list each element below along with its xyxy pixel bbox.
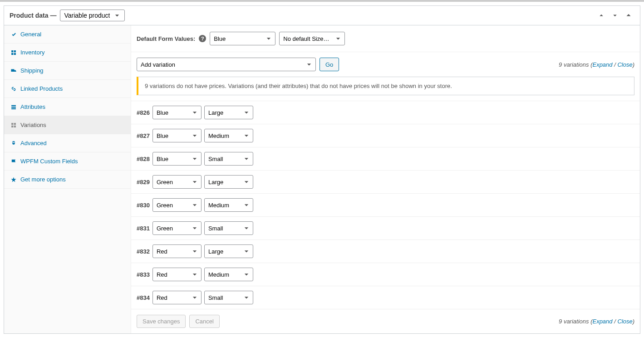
tab-wpfm[interactable]: WPFM Custom Fields [4, 152, 131, 171]
variation-color-select[interactable]: Green [152, 198, 202, 212]
tab-label: Attributes [20, 103, 45, 110]
save-changes-button[interactable]: Save changes [137, 315, 186, 328]
variation-color-select[interactable]: Blue [152, 106, 202, 119]
variation-row[interactable]: #830GreenMedium [131, 194, 640, 217]
variation-size-select[interactable]: Small [204, 291, 253, 304]
variation-id: #833 [137, 271, 150, 278]
variation-size-select[interactable]: Medium [204, 268, 253, 281]
variation-row[interactable]: #834RedSmall [131, 286, 640, 309]
variation-row[interactable]: #833RedMedium [131, 263, 640, 286]
cancel-button[interactable]: Cancel [189, 315, 219, 328]
linked-icon [10, 86, 17, 92]
tab-general[interactable]: General [4, 25, 131, 44]
variations-list: #826BlueLarge#827BlueMedium#828BlueSmall… [131, 101, 640, 309]
close-link-bottom[interactable]: Close [617, 318, 632, 325]
default-values-label: Default Form Values: [137, 35, 195, 42]
variation-id: #834 [137, 294, 150, 301]
tab-more[interactable]: Get more options [4, 171, 131, 189]
tab-label: Get more options [20, 176, 66, 183]
variations-panel: Default Form Values: ? Blue No default S… [131, 25, 640, 333]
tab-advanced[interactable]: Advanced [4, 134, 131, 152]
add-variation-action-select[interactable]: Add variation [137, 58, 316, 71]
product-tabs: GeneralInventoryShippingLinked ProductsA… [4, 25, 131, 333]
variation-size-select[interactable]: Medium [204, 129, 253, 142]
default-size-select[interactable]: No default Size… [279, 32, 345, 45]
variation-color-select[interactable]: Blue [152, 152, 202, 166]
variation-size-select[interactable]: Large [204, 106, 253, 119]
advanced-icon [10, 140, 17, 147]
close-link[interactable]: Close [617, 61, 632, 68]
wpfm-icon [10, 158, 17, 165]
help-tip-icon[interactable]: ? [199, 35, 206, 42]
variation-id: #828 [137, 156, 150, 162]
variation-row[interactable]: #829GreenLarge [131, 171, 640, 194]
variations-toolbar-top: Add variation Go 9 variations (Expand / … [131, 52, 640, 77]
tab-linked[interactable]: Linked Products [4, 80, 131, 98]
tab-label: Advanced [20, 140, 47, 147]
product-data-panel: Product data — Variable product GeneralI… [4, 5, 640, 334]
variations-toolbar-bottom: Save changes Cancel 9 variations (Expand… [131, 309, 640, 333]
attributes-icon [10, 104, 17, 110]
tab-shipping[interactable]: Shipping [4, 62, 131, 80]
variation-size-select[interactable]: Large [204, 244, 253, 258]
product-type-select[interactable]: Variable product [60, 10, 125, 21]
tab-inventory[interactable]: Inventory [4, 44, 131, 62]
shipping-icon [10, 68, 17, 74]
default-values-row: Default Form Values: ? Blue No default S… [131, 25, 640, 52]
variation-id: #829 [137, 179, 150, 186]
general-icon [10, 31, 17, 38]
tab-label: Variations [20, 122, 46, 128]
variation-row[interactable]: #828BlueSmall [131, 147, 640, 171]
inventory-icon [10, 49, 17, 56]
variation-id: #827 [137, 132, 150, 139]
variation-color-select[interactable]: Green [152, 221, 202, 235]
variation-color-select[interactable]: Red [152, 244, 202, 258]
panel-body: GeneralInventoryShippingLinked ProductsA… [4, 25, 640, 333]
move-down-button[interactable] [609, 10, 621, 21]
panel-header: Product data — Variable product [4, 6, 640, 25]
default-color-select[interactable]: Blue [210, 32, 275, 45]
variation-size-select[interactable]: Small [204, 152, 253, 166]
variation-row[interactable]: #827BlueMedium [131, 124, 640, 147]
tab-label: General [20, 31, 41, 38]
variations-icon [10, 122, 17, 128]
variation-color-select[interactable]: Red [152, 291, 202, 304]
panel-title: Product data — [10, 12, 56, 19]
more-icon [10, 176, 17, 183]
tab-attributes[interactable]: Attributes [4, 98, 131, 116]
tab-label: WPFM Custom Fields [20, 158, 78, 165]
toggle-panel-button[interactable] [623, 10, 634, 21]
variation-color-select[interactable]: Red [152, 268, 202, 281]
tab-label: Shipping [20, 67, 44, 74]
variation-size-select[interactable]: Small [204, 221, 253, 235]
variation-row[interactable]: #831GreenSmall [131, 217, 640, 240]
tab-label: Linked Products [20, 85, 63, 92]
go-button[interactable]: Go [320, 58, 339, 71]
variation-size-select[interactable]: Medium [204, 198, 253, 212]
variation-size-select[interactable]: Large [204, 175, 253, 189]
price-warning-notice: 9 variations do not have prices. Variati… [137, 77, 634, 95]
expand-link[interactable]: Expand [592, 61, 612, 68]
variation-color-select[interactable]: Green [152, 175, 202, 189]
tab-label: Inventory [20, 49, 44, 56]
variation-color-select[interactable]: Blue [152, 129, 202, 142]
variation-row[interactable]: #832RedLarge [131, 240, 640, 263]
variations-count-bottom: 9 variations (Expand / Close) [559, 318, 634, 325]
variation-id: #826 [137, 109, 150, 116]
tab-variations[interactable]: Variations [4, 116, 131, 134]
variation-id: #831 [137, 225, 150, 232]
variation-row[interactable]: #826BlueLarge [131, 101, 640, 124]
expand-link-bottom[interactable]: Expand [592, 318, 612, 325]
variation-id: #832 [137, 248, 150, 255]
variations-count-top: 9 variations (Expand / Close) [559, 61, 634, 68]
move-up-button[interactable] [595, 10, 607, 21]
variation-id: #830 [137, 202, 150, 209]
